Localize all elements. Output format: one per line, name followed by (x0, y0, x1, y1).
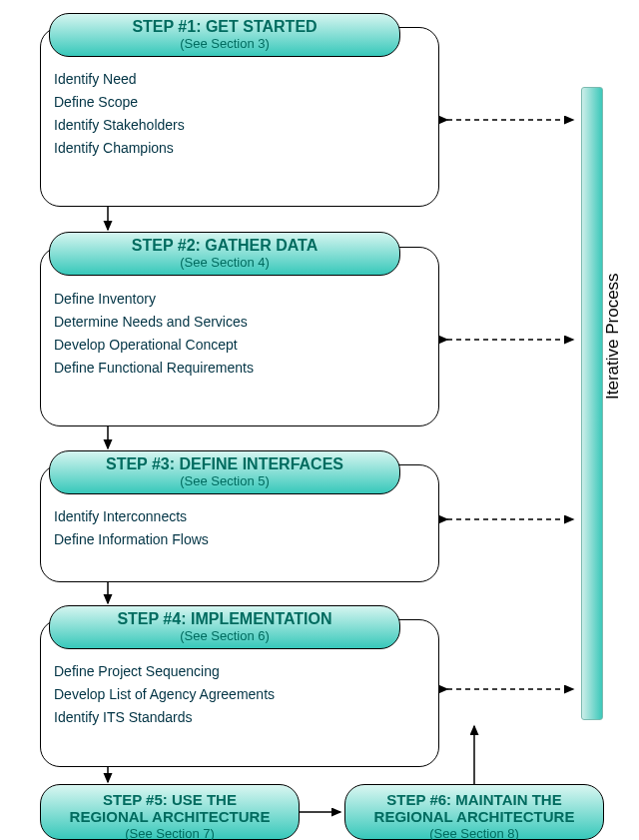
task: Develop Operational Concept (54, 337, 405, 353)
step3-sub: (See Section 5) (58, 473, 391, 488)
task: Identify Stakeholders (54, 117, 405, 133)
step1-sub: (See Section 3) (58, 36, 391, 51)
step6-title1: STEP #6: MAINTAIN THE (351, 791, 597, 808)
step5-box: STEP #5: USE THE REGIONAL ARCHITECTURE (… (40, 784, 300, 840)
step2-sub: (See Section 4) (58, 255, 391, 270)
step5-sub: (See Section 7) (47, 826, 293, 841)
step4-title: STEP #4: IMPLEMENTATION (58, 610, 391, 628)
task: Define Scope (54, 94, 405, 110)
step3-header: STEP #3: DEFINE INTERFACES (See Section … (49, 450, 400, 494)
step6-sub: (See Section 8) (351, 826, 597, 841)
step2-tasks: Define Inventory Determine Needs and Ser… (40, 278, 419, 389)
task: Identify Need (54, 71, 405, 87)
task: Define Inventory (54, 291, 405, 307)
task: Determine Needs and Services (54, 314, 405, 330)
task: Define Information Flows (54, 531, 405, 547)
step6-box: STEP #6: MAINTAIN THE REGIONAL ARCHITECT… (344, 784, 604, 840)
task: Identify Champions (54, 140, 405, 156)
step4-header: STEP #4: IMPLEMENTATION (See Section 6) (49, 605, 400, 649)
step5-title1: STEP #5: USE THE (47, 791, 293, 808)
iterative-bar (581, 87, 603, 720)
task: Develop List of Agency Agreements (54, 686, 405, 702)
step1-title: STEP #1: GET STARTED (58, 18, 391, 36)
task: Identify ITS Standards (54, 709, 405, 725)
step6-title2: REGIONAL ARCHITECTURE (351, 808, 597, 825)
step2-title: STEP #2: GATHER DATA (58, 237, 391, 255)
step4-tasks: Define Project Sequencing Develop List o… (40, 650, 419, 738)
step3-title: STEP #3: DEFINE INTERFACES (58, 455, 391, 473)
step4-sub: (See Section 6) (58, 628, 391, 643)
step2-header: STEP #2: GATHER DATA (See Section 4) (49, 232, 400, 276)
step1-tasks: Identify Need Define Scope Identify Stak… (40, 58, 419, 169)
task: Define Functional Requirements (54, 360, 405, 376)
step1-header: STEP #1: GET STARTED (See Section 3) (49, 13, 400, 57)
step5-title2: REGIONAL ARCHITECTURE (47, 808, 293, 825)
step3-tasks: Identify Interconnects Define Informatio… (40, 495, 419, 560)
task: Identify Interconnects (54, 508, 405, 524)
task: Define Project Sequencing (54, 663, 405, 679)
iterative-label: Iterative Process (603, 273, 623, 400)
